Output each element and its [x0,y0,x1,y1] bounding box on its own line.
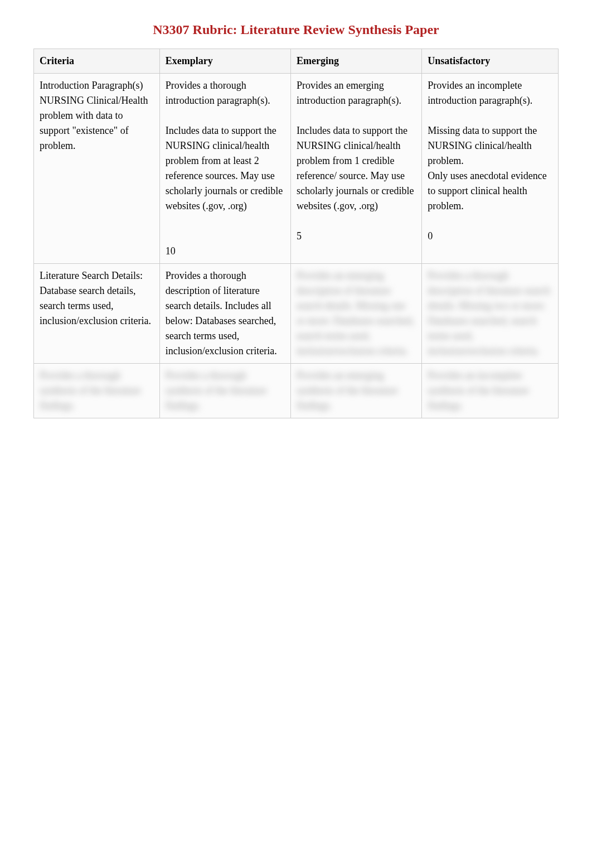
table-row: Provides a thorough synthesis of the lit… [34,364,559,418]
cell-criteria: Introduction Paragraph(s) NURSING Clinic… [34,74,160,264]
cell-text-blurred: Provides an incomplete synthesis of the … [428,368,552,413]
header-exemplary: Exemplary [159,49,290,74]
table-row: Introduction Paragraph(s) NURSING Clinic… [34,74,559,264]
cell-emerging: Provides an emerging description of lite… [291,264,422,364]
cell-text: Provides a thorough description of liter… [166,268,285,359]
cell-text: Provides an emerging introduction paragr… [297,78,416,244]
cell-text-blurred: Provides a thorough description of liter… [428,268,552,359]
header-emerging: Emerging [291,49,422,74]
cell-unsatisfactory: Provides an incomplete synthesis of the … [422,364,559,418]
cell-emerging: Provides an emerging introduction paragr… [291,74,422,264]
header-unsatisfactory: Unsatisfactory [422,49,559,74]
cell-text-blurred: Provides an emerging description of lite… [297,268,416,359]
cell-text: Provides a thorough introduction paragra… [166,78,285,259]
cell-text-blurred: Provides a thorough synthesis of the lit… [166,368,285,413]
table-row: Literature Search Details: Database sear… [34,264,559,364]
cell-text: Provides an incomplete introduction para… [428,78,552,244]
cell-unsatisfactory: Provides an incomplete introduction para… [422,74,559,264]
header-row: Criteria Exemplary Emerging Unsatisfacto… [34,49,559,74]
page-title: N3307 Rubric: Literature Review Synthesi… [33,22,559,37]
cell-criteria: Literature Search Details: Database sear… [34,264,160,364]
cell-exemplary: Provides a thorough synthesis of the lit… [159,364,290,418]
header-criteria: Criteria [34,49,160,74]
cell-text-blurred: Provides a thorough synthesis of the lit… [40,368,154,413]
cell-text-blurred: Provides an emerging synthesis of the li… [297,368,416,413]
cell-exemplary: Provides a thorough introduction paragra… [159,74,290,264]
rubric-table: Criteria Exemplary Emerging Unsatisfacto… [33,49,559,418]
cell-emerging: Provides an emerging synthesis of the li… [291,364,422,418]
cell-criteria: Provides a thorough synthesis of the lit… [34,364,160,418]
cell-text: Literature Search Details: Database sear… [40,268,154,329]
cell-text: Introduction Paragraph(s) NURSING Clinic… [40,78,154,153]
cell-unsatisfactory: Provides a thorough description of liter… [422,264,559,364]
cell-exemplary: Provides a thorough description of liter… [159,264,290,364]
